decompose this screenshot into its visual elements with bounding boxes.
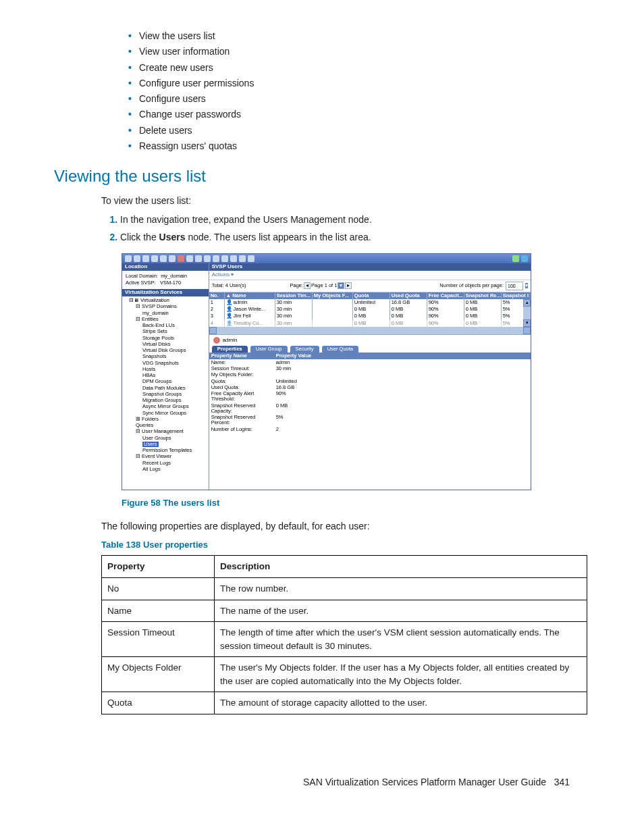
table-caption: Table 138 User properties (101, 539, 590, 552)
toolbar-icon[interactable] (248, 255, 254, 262)
col-snap-res[interactable]: Snapshot Re... (464, 292, 502, 299)
tree-node[interactable]: Virtual Disks (124, 341, 207, 347)
scroll-right-icon[interactable] (523, 327, 531, 334)
toolbar-icon[interactable] (160, 255, 167, 262)
prop-row: Used Quota:16.8 GB (209, 384, 531, 390)
tree-node[interactable]: Queries (124, 423, 207, 429)
list-item: Configure users (128, 92, 590, 105)
col-free-cap[interactable]: Free Capacit... (427, 292, 464, 299)
tree-node[interactable]: ⊟ User Management (124, 429, 207, 435)
list-item: Delete users (128, 124, 590, 137)
col-snap-i[interactable]: Snapshot I (502, 292, 531, 299)
scroll-left-icon[interactable] (209, 327, 217, 334)
toolbar-icon[interactable] (169, 255, 176, 262)
list-item: Create new users (128, 61, 590, 74)
col-no[interactable]: No. (209, 292, 225, 299)
help-icon[interactable] (512, 255, 519, 262)
user-properties-table: Property Description NoThe row number. N… (101, 555, 587, 714)
tab-security[interactable]: Security (290, 346, 319, 353)
following-text: The following properties are displayed, … (101, 519, 590, 533)
tree-node[interactable]: DPM Groups (124, 379, 207, 385)
toolbar-icon[interactable] (186, 255, 193, 262)
tree-node[interactable]: my_domain (124, 310, 207, 316)
tree-node[interactable]: Back-End LUs (124, 323, 207, 329)
detail-panel: admin Properties User Group Security Use… (209, 334, 531, 490)
toolbar-icon[interactable] (230, 255, 237, 262)
scroll-up-icon[interactable]: ▴ (523, 299, 531, 307)
tree-node[interactable]: Data Path Modules (124, 385, 207, 391)
toolbar-icon[interactable] (142, 255, 149, 262)
page-footer: SAN Virtualization Services Platform Man… (54, 775, 590, 789)
toolbar-icon[interactable] (134, 255, 140, 262)
tab-properties[interactable]: Properties (212, 346, 248, 353)
col-used-quota[interactable]: Used Quota (390, 292, 427, 299)
tree-node[interactable]: ⊟ Entities (124, 316, 207, 322)
tree-node[interactable]: Async Mirror Groups (124, 404, 207, 410)
toolbar-icon[interactable] (213, 255, 219, 262)
tree-node[interactable]: Stripe Sets (124, 329, 207, 335)
tree-node[interactable]: ⊟ SVSP Domains (124, 304, 207, 310)
objects-per-page: Number of objects per page: ▾ (439, 282, 528, 290)
toolbar-icon[interactable] (221, 255, 228, 262)
table-row[interactable]: 2👤 Jason Winte...30 min0 MB0 MB90%0 MB5% (209, 306, 531, 313)
toolbar-icon[interactable] (195, 255, 202, 262)
step-bold: Users (159, 232, 186, 242)
table-row: QuotaThe amount of storage capacity allo… (102, 692, 587, 714)
tree-node[interactable]: ⊟ Event Viewer (124, 454, 207, 460)
tree-node[interactable]: Virtual Disk Groups (124, 348, 207, 354)
prop-row: Number of Logins:2 (209, 426, 531, 432)
prop-row: My Objects Folder: (209, 372, 531, 378)
tree-node[interactable]: Sync Mirror Groups (124, 410, 207, 416)
tab-user-group[interactable]: User Group (250, 346, 288, 353)
table-row[interactable]: 3👤 Jim Fell30 min0 MB0 MB90%0 MB5% (209, 313, 531, 319)
tree-node[interactable]: User Groups (124, 435, 207, 441)
tree-node[interactable]: Snapshot Groups (124, 391, 207, 397)
toolbar-icon[interactable] (151, 255, 158, 262)
prop-row: Quota:Unlimited (209, 378, 531, 384)
scrollbar-vertical[interactable]: ▴▾ (523, 299, 531, 327)
tree-node[interactable]: Hosts (124, 366, 207, 372)
tree-node[interactable]: VDG Snapshots (124, 360, 207, 366)
toolbar-icon[interactable] (239, 255, 246, 262)
tree-node[interactable]: Migration Groups (124, 398, 207, 404)
objs-input[interactable] (506, 282, 523, 290)
tree-node[interactable]: ⊞ Folders (124, 416, 207, 422)
actions-menu[interactable]: Actions ▾ (209, 271, 531, 280)
page-dropdown[interactable]: ▾ (338, 282, 344, 289)
toolbar-icon[interactable] (125, 255, 132, 262)
col-name[interactable]: ▲ Name (225, 292, 275, 299)
page-next-button[interactable]: ▸ (345, 282, 352, 289)
tree-node[interactable]: Permission Templates (124, 448, 207, 454)
nav-tree[interactable]: ⊟🖥 Virtualization ⊟ SVSP Domains my_doma… (122, 296, 209, 477)
list-item: View the users list (128, 29, 590, 43)
scrollbar-horizontal[interactable] (209, 327, 531, 334)
toolbar-icon[interactable] (204, 255, 211, 262)
props-body: Name:admin Session Timeout:30 min My Obj… (209, 359, 531, 432)
section-heading: Viewing the users list (54, 165, 590, 188)
col-quota[interactable]: Quota (353, 292, 390, 299)
prop-row: Free Capacity Alert Threshold:90% (209, 391, 531, 403)
col-session[interactable]: Session Tim... (275, 292, 313, 299)
tab-user-quota[interactable]: User Quota (322, 346, 358, 353)
col-myobj[interactable]: My Objects F... (313, 292, 353, 299)
tree-node[interactable]: HBAs (124, 373, 207, 379)
page-prev-button[interactable]: ◂ (304, 282, 311, 289)
panel-title: SVSP Users (209, 263, 531, 271)
tree-node[interactable]: Recent Logs (124, 460, 207, 466)
tree-node[interactable]: Storage Pools (124, 335, 207, 341)
objs-dropdown[interactable]: ▾ (525, 283, 528, 288)
app-screenshot: Location Local Domain: my_domain Active … (122, 253, 531, 490)
table-row[interactable]: 1👤 admin30 minUnlimited16.8 GB90%0 MB5% (209, 299, 531, 306)
scroll-down-icon[interactable]: ▾ (523, 319, 531, 327)
figure-caption: Figure 58 The users list (122, 497, 590, 510)
prop-row: Snapshot Reserved Capacity:0 MB (209, 402, 531, 415)
tree-node[interactable]: ⊟🖥 Virtualization (124, 298, 207, 304)
tree-node[interactable]: Snapshots (124, 354, 207, 360)
tree-node[interactable]: All Logs (124, 466, 207, 472)
list-item: Reassign users' quotas (128, 139, 590, 153)
refresh-icon[interactable] (521, 255, 528, 262)
table-row[interactable]: 4👤 Timothy Cu...30 min0 MB0 MB90%0 MB5% (209, 320, 531, 327)
toolbar-icon[interactable] (178, 255, 184, 262)
detail-user: admin (209, 335, 531, 346)
tree-node-users[interactable]: Users (124, 441, 207, 447)
